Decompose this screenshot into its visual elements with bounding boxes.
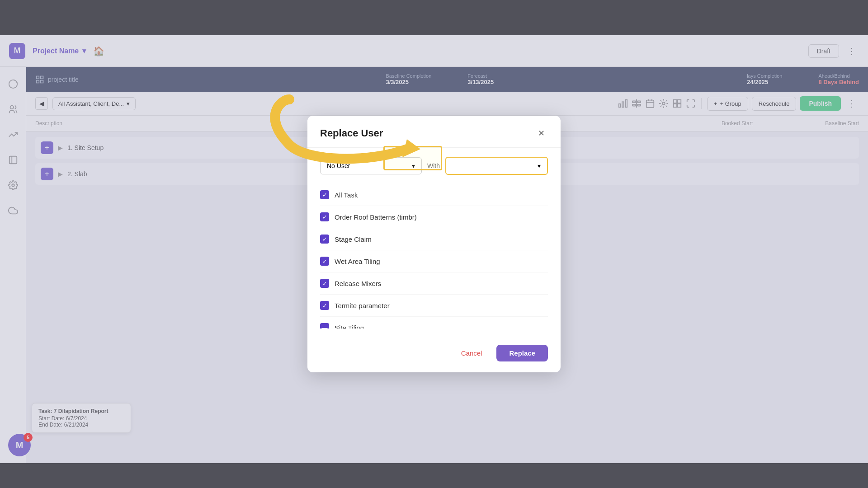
modal-body: No User ▾ With ▾ ✓ All Task ✓ Order Roof… xyxy=(307,148,561,338)
checkbox-label-wet-area: Wet Area Tiling xyxy=(335,258,380,265)
from-dropdown-chevron: ▾ xyxy=(412,162,415,169)
checkbox-label-stage-claim: Stage Claim xyxy=(335,235,372,243)
checkbox-item-order-roof[interactable]: ✓ Order Roof Batterns (timbr) xyxy=(320,206,548,228)
from-user-dropdown[interactable]: No User ▾ xyxy=(320,157,422,174)
modal-close-button[interactable]: ✕ xyxy=(534,127,548,140)
to-user-dropdown[interactable]: ▾ xyxy=(445,157,548,175)
checkbox-item-site-tiling[interactable]: — Site Tiling... xyxy=(320,317,548,328)
checkbox-item-all-task[interactable]: ✓ All Task xyxy=(320,184,548,206)
checkbox-item-termite[interactable]: ✓ Termite parameter xyxy=(320,295,548,317)
checkbox-stage-claim: ✓ xyxy=(320,235,329,244)
replace-user-row: No User ▾ With ▾ xyxy=(320,157,548,175)
from-user-label: No User xyxy=(327,162,350,169)
checkbox-site-tiling: — xyxy=(320,323,329,328)
modal-title: Replace User xyxy=(320,127,383,139)
checkbox-label-order-roof: Order Roof Batterns (timbr) xyxy=(335,213,417,221)
checkbox-label-release-mixers: Release Mixers xyxy=(335,280,381,287)
checkbox-label-site-tiling: Site Tiling... xyxy=(335,324,370,329)
with-label: With xyxy=(427,162,440,169)
task-checkbox-list: ✓ All Task ✓ Order Roof Batterns (timbr)… xyxy=(320,184,548,328)
checkbox-termite: ✓ xyxy=(320,301,329,310)
checkbox-label-termite: Termite parameter xyxy=(335,302,390,310)
checkbox-item-wet-area[interactable]: ✓ Wet Area Tiling xyxy=(320,250,548,272)
replace-user-modal: Replace User ✕ No User ▾ With ▾ ✓ All Ta… xyxy=(307,116,561,372)
checkbox-all-task: ✓ xyxy=(320,190,329,199)
modal-footer: Cancel Replace xyxy=(307,338,561,372)
checkbox-item-release-mixers[interactable]: ✓ Release Mixers xyxy=(320,272,548,295)
checkbox-wet-area: ✓ xyxy=(320,257,329,266)
checkbox-item-stage-claim[interactable]: ✓ Stage Claim xyxy=(320,228,548,250)
to-dropdown-chevron: ▾ xyxy=(538,162,541,169)
checkbox-release-mixers: ✓ xyxy=(320,279,329,288)
cancel-button[interactable]: Cancel xyxy=(452,345,491,361)
checkbox-order-roof: ✓ xyxy=(320,212,329,221)
replace-action-button[interactable]: Replace xyxy=(496,345,548,361)
modal-header: Replace User ✕ xyxy=(307,116,561,148)
checkbox-label-all-task: All Task xyxy=(335,191,358,199)
